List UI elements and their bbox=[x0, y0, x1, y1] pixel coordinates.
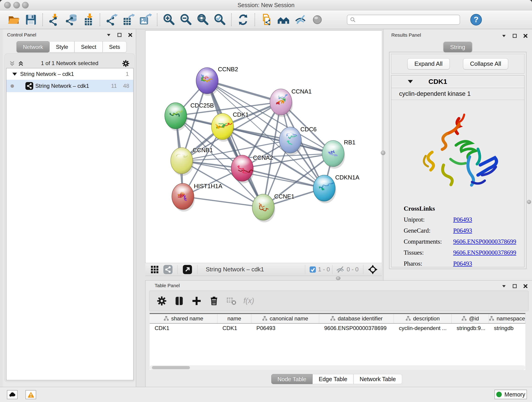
node-CCNE1[interactable] bbox=[252, 194, 275, 222]
hidden-eye-icon[interactable] bbox=[336, 265, 345, 274]
column-header-name[interactable]: name bbox=[217, 314, 251, 323]
birdseye-view-icon[interactable] bbox=[183, 265, 192, 274]
column-header-namespace[interactable]: namespace bbox=[489, 314, 525, 323]
column-header-description[interactable]: description bbox=[394, 314, 452, 323]
help-button[interactable]: ? bbox=[470, 13, 482, 26]
node-CCNB1[interactable] bbox=[171, 148, 194, 176]
main-toolbar: ? bbox=[0, 10, 532, 29]
table-panel-title: Table Panel bbox=[155, 283, 180, 288]
node-CDK1[interactable] bbox=[211, 114, 234, 142]
node-CCNA2[interactable] bbox=[231, 155, 254, 183]
home-button[interactable] bbox=[277, 13, 290, 26]
node-HIST1H1A[interactable] bbox=[172, 183, 195, 211]
import-database-button[interactable] bbox=[65, 13, 78, 26]
save-button[interactable] bbox=[24, 13, 38, 26]
tab-style[interactable]: Style bbox=[50, 41, 75, 52]
column-header-shared-name[interactable]: shared name bbox=[150, 314, 217, 323]
section-expander-icon[interactable] bbox=[408, 80, 413, 83]
tab-node-table[interactable]: Node Table bbox=[271, 374, 312, 384]
node-RB1[interactable] bbox=[322, 140, 345, 169]
edge-splitter-handle[interactable] bbox=[527, 200, 531, 204]
tree-expander-icon[interactable] bbox=[12, 73, 17, 76]
import-table-button[interactable] bbox=[82, 13, 95, 26]
node-CCNA1[interactable] bbox=[270, 89, 293, 117]
column-header-database-identifier[interactable]: database identifier bbox=[319, 314, 394, 323]
close-panel-icon[interactable] bbox=[523, 33, 528, 38]
crosslink-row: Pharos:P06493 bbox=[404, 260, 524, 267]
float-panel-icon[interactable] bbox=[512, 33, 517, 38]
zoom-selected-button[interactable] bbox=[213, 13, 226, 26]
node-label-CCNE1: CCNE1 bbox=[274, 193, 294, 200]
table-horizontal-scrollbar[interactable] bbox=[150, 365, 525, 370]
close-panel-icon[interactable] bbox=[523, 284, 528, 288]
selected-checkbox-icon[interactable] bbox=[309, 266, 316, 273]
edge-HIST1H1A-CCNE1[interactable] bbox=[183, 196, 263, 207]
grid-view-icon[interactable] bbox=[150, 265, 159, 274]
column-tree-icon bbox=[262, 316, 268, 321]
open-folder-button[interactable] bbox=[7, 13, 21, 26]
collapse-panel-icon[interactable] bbox=[106, 32, 111, 37]
zoom-in-icon bbox=[163, 13, 175, 26]
gear-button[interactable] bbox=[156, 295, 168, 307]
tab-network-table[interactable]: Network Table bbox=[354, 374, 402, 384]
node-CCNB2[interactable] bbox=[196, 68, 219, 96]
tab-edge-table[interactable]: Edge Table bbox=[312, 374, 354, 384]
float-panel-icon[interactable] bbox=[117, 32, 122, 37]
column-header--id[interactable]: @id bbox=[452, 314, 489, 323]
network-badge-icon[interactable] bbox=[163, 265, 173, 274]
network-row[interactable]: String Network – cdk1 11 48 bbox=[6, 80, 133, 92]
cloud-status-button[interactable] bbox=[7, 390, 18, 399]
node-CDKN1A[interactable] bbox=[313, 175, 336, 203]
tab-string[interactable]: String bbox=[443, 42, 472, 52]
toolbar-separator bbox=[157, 13, 157, 26]
trash-button[interactable] bbox=[208, 295, 220, 307]
columns-button[interactable] bbox=[173, 295, 185, 307]
expand-all-button[interactable]: Expand All bbox=[407, 58, 450, 70]
add-button[interactable] bbox=[191, 295, 203, 307]
zoom-fit-button[interactable] bbox=[196, 13, 209, 26]
right-splitter-handle[interactable] bbox=[381, 151, 385, 155]
table-row[interactable]: CDK1CDK1P064939606.ENSP00000378699cyclin… bbox=[150, 324, 525, 333]
close-panel-icon[interactable] bbox=[128, 32, 133, 37]
toolbar-separator bbox=[42, 13, 43, 26]
export-table-button[interactable] bbox=[122, 13, 135, 26]
crosslink-link[interactable]: P06493 bbox=[453, 227, 472, 234]
column-header-canonical-name[interactable]: canonical name bbox=[251, 314, 319, 323]
refresh-button[interactable] bbox=[236, 13, 250, 26]
tab-network[interactable]: Network bbox=[17, 41, 50, 52]
export-image-button[interactable] bbox=[139, 13, 152, 26]
float-panel-icon[interactable] bbox=[512, 284, 517, 288]
collapse-panel-icon[interactable] bbox=[501, 33, 506, 38]
search-input[interactable] bbox=[358, 16, 457, 23]
import-network-button[interactable] bbox=[48, 13, 61, 26]
title-bar: Session: New Session bbox=[0, 0, 532, 10]
crosslink-link[interactable]: 9606.ENSP00000378699 bbox=[453, 238, 516, 245]
show-all-button[interactable] bbox=[311, 13, 324, 26]
zoom-in-button[interactable] bbox=[162, 13, 176, 26]
network-options-gear-icon[interactable] bbox=[122, 59, 130, 68]
collapse-panel-icon[interactable] bbox=[501, 284, 506, 288]
fit-selected-crosshair-icon[interactable] bbox=[367, 264, 378, 275]
crosslink-link[interactable]: 9606.ENSP00000378699 bbox=[453, 249, 516, 256]
warning-status-button[interactable] bbox=[25, 390, 36, 399]
zoom-out-button[interactable] bbox=[179, 13, 192, 26]
bottom-splitter-handle[interactable] bbox=[336, 276, 341, 280]
node-CDC6[interactable] bbox=[279, 127, 302, 155]
network-canvas[interactable]: CCNB2CCNA1CDC25BCDK1CDC6RB1CCNB1CCNA2CDK… bbox=[145, 31, 382, 263]
clone-network-button[interactable] bbox=[260, 13, 273, 26]
table-type-tabs: Node TableEdge TableNetwork Table bbox=[271, 374, 402, 384]
collapse-all-button[interactable]: Collapse All bbox=[463, 58, 508, 70]
memory-button[interactable]: Memory bbox=[494, 390, 527, 399]
column-tree-icon bbox=[462, 316, 467, 321]
node-attribute-table[interactable]: shared namenamecanonical namedatabase id… bbox=[150, 313, 525, 370]
tab-select[interactable]: Select bbox=[75, 41, 103, 52]
export-network-button[interactable] bbox=[105, 13, 118, 26]
search-box[interactable] bbox=[347, 15, 460, 25]
crosslink-link[interactable]: P06493 bbox=[453, 216, 472, 223]
network-collection-row[interactable]: String Network – cdk1 1 bbox=[6, 68, 133, 80]
gene-section-header[interactable]: CDK1 bbox=[391, 75, 524, 88]
hide-selected-button[interactable] bbox=[294, 13, 307, 26]
tab-sets[interactable]: Sets bbox=[103, 41, 127, 52]
crosslink-link[interactable]: P06493 bbox=[453, 260, 472, 267]
scrollbar-thumb[interactable] bbox=[152, 366, 190, 369]
